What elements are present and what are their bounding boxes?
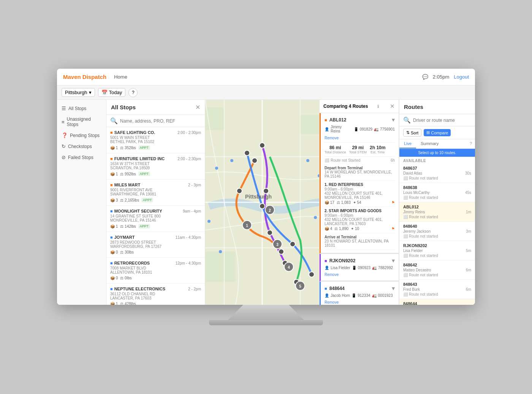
weight-icon: ⚖ 0lbs xyxy=(120,276,131,280)
list-item[interactable]: ■ FURNITURE LIMITED INC 2:00 - 2:30pm 16… xyxy=(106,153,205,180)
stop-color-indicator: ■ xyxy=(110,156,113,161)
route-time: 45s xyxy=(465,191,471,195)
sidebar-item-failed-stops[interactable]: ⊘ Failed Stops xyxy=(57,152,106,163)
route-remove-button[interactable]: Remove xyxy=(325,273,339,277)
compare-close-button[interactable]: ✕ xyxy=(390,103,395,110)
stop-time: 12pm - 4:30pm xyxy=(176,261,201,265)
route-status: ⬜ Route not started xyxy=(403,254,438,258)
route-id: RJKON9202 xyxy=(403,243,438,248)
stop-color-indicator: ■ xyxy=(110,209,113,213)
help-button[interactable]: ? xyxy=(128,88,138,97)
stops-close-button[interactable]: ✕ xyxy=(195,104,200,111)
person-icon: 👤 xyxy=(325,266,329,270)
route-time: 6m xyxy=(466,287,471,292)
route-driver-info: 👤 Jimmy Reins 📱 091829 🚛 7756901 xyxy=(325,125,395,133)
sidebar-item-all-stops[interactable]: ☰ All Stops xyxy=(57,103,106,114)
driver-name: Jimmy Reins xyxy=(403,210,438,214)
stops-search-input[interactable] xyxy=(120,118,201,124)
sidebar-item-unassigned[interactable]: ≡ Unassigned Stops xyxy=(57,114,106,130)
sidebar-item-pending[interactable]: ❓ Pending Stops xyxy=(57,130,106,141)
routes-search-bar[interactable]: 🔍 xyxy=(399,114,475,126)
svg-text:4: 4 xyxy=(288,265,290,269)
tab-help-icon[interactable]: ? xyxy=(467,139,475,148)
list-item[interactable]: RJKON9202 Lisa Fielder ⬜ Route not start… xyxy=(399,241,475,260)
stop-name-label: NEPTUNE ELECTRONICS xyxy=(114,287,165,291)
driver-name: Matteo Decastro xyxy=(403,268,438,272)
truck-icon: 🚛 xyxy=(372,266,377,270)
stop-meta: 📦 3 ⚖ 2,165lbs APPT xyxy=(110,198,201,202)
city-selector[interactable]: Pittsburgh ▾ xyxy=(62,88,95,97)
expand-icon[interactable]: ▾ xyxy=(392,285,395,292)
sort-button[interactable]: ⇅ Sort xyxy=(403,129,421,137)
sidebar-item-checkstops[interactable]: ↻ Checkstops xyxy=(57,141,106,152)
route-time: 5m xyxy=(466,249,471,253)
sidebar-label-checkstops: Checkstops xyxy=(68,144,92,149)
route-remove-button[interactable]: Remove xyxy=(325,136,339,140)
route-status: ⬜ Route not started xyxy=(403,176,438,180)
route-remove-button[interactable]: Remove xyxy=(325,300,339,304)
svg-text:3: 3 xyxy=(276,243,279,247)
list-item[interactable]: ■ RETRORECORDS 12pm - 4:30pm 7008 MARKET… xyxy=(106,258,205,284)
compare-button[interactable]: ⊞ Compare xyxy=(424,129,451,136)
stop-address: 9001 RIVERFRONT AVESWARTHMORE, PA 19081 xyxy=(110,188,201,196)
tab-summary[interactable]: Summary xyxy=(416,139,443,148)
status-icon: ⬜ xyxy=(403,273,408,277)
driver-name: Jimmy Reins xyxy=(331,125,352,133)
monitor-base xyxy=(209,320,323,325)
list-item[interactable]: 848640 Jeremy Jackson ⬜ Route not starte… xyxy=(399,222,475,241)
list-item[interactable]: ABL012 Jimmy Reins ⬜ Route not started 1… xyxy=(399,202,475,222)
compare-info-icon: ℹ xyxy=(377,104,379,109)
list-item[interactable]: 848637 David Atlas ⬜ Route not started 3… xyxy=(399,164,475,183)
box-icon: 📦 1 xyxy=(110,302,118,305)
driver-name: Lisa Fielder xyxy=(403,249,438,253)
svg-point-38 xyxy=(207,220,211,223)
list-item[interactable]: 848643 Fred Burk ⬜ Route not started 6m xyxy=(399,280,475,299)
list-item[interactable]: 848644 Jacob Horn ⬜ Route not started 8m xyxy=(399,299,475,305)
expand-icon[interactable]: ▾ xyxy=(392,116,395,123)
svg-text:1: 1 xyxy=(246,224,248,228)
stops-panel-header: All Stops ✕ xyxy=(106,100,205,115)
map-area[interactable]: 1 2 3 4 5 Pittsburgh xyxy=(205,100,319,305)
routes-panel-title: Routes xyxy=(399,100,475,114)
today-button[interactable]: 📅 Today xyxy=(98,88,126,97)
list-item[interactable]: 848642 Matteo Decastro ⬜ Route not start… xyxy=(399,260,475,280)
stat-distance: 86 mi Total Distance xyxy=(325,145,346,154)
nav-home[interactable]: Home xyxy=(114,74,127,80)
route-time: 3m xyxy=(466,229,471,233)
checkstops-icon: ↻ xyxy=(62,143,66,149)
stops-search-bar[interactable]: 🔍 xyxy=(106,115,205,127)
sidebar-label-unassigned: Unassigned Stops xyxy=(67,117,101,127)
route-id: 848642 xyxy=(403,263,438,267)
list-item[interactable]: 848638 Louis McCarthy ⬜ Route not starte… xyxy=(399,183,475,202)
list-item[interactable]: ■ NEPTUNE ELECTRONICS 2 - 2pm 36112 OLD … xyxy=(106,284,205,305)
route-status: ⬜ Route not started xyxy=(403,195,438,200)
arrive-terminal: Arrive at Terminal 23 N HOWARD ST, ALLEN… xyxy=(325,233,395,250)
routes-list: 848637 David Atlas ⬜ Route not started 3… xyxy=(399,164,475,305)
tab-live[interactable]: Live xyxy=(399,139,416,148)
svg-point-33 xyxy=(215,167,218,170)
compare-icon: ⊞ xyxy=(426,130,430,135)
stop-address: 36112 OLD CHANNEL RDLANCASTER, PA 17603 xyxy=(110,292,201,300)
stop-hours: 9:00am - 6:00pm xyxy=(325,187,395,191)
route-header: ■ ABL012 ▾ xyxy=(325,116,395,123)
status-icon: ⬜ xyxy=(403,234,408,238)
stop-time: 2:00 - 2:30pm xyxy=(177,131,201,135)
stop-address: 2873 REDWOOD STREETWARFORDSBURG, PA 1726… xyxy=(110,240,201,249)
route-id: 848644 xyxy=(403,301,438,305)
box-icon: 📦 3 xyxy=(110,198,118,202)
route-status: ⬜ Route not started xyxy=(403,215,438,219)
list-item[interactable]: ■ MILES MART 2 - 3pm 9001 RIVERFRONT AVE… xyxy=(106,180,205,206)
list-item[interactable]: ■ MOONLIGHT SECURITY 9am - 4pm 14 GRANTI… xyxy=(106,206,205,232)
stop-color-indicator: ■ xyxy=(110,287,113,291)
list-item[interactable]: ■ SAFE LIGHTING CO. 2:00 - 2:30pm 5001 W… xyxy=(106,127,205,153)
routes-search-input[interactable] xyxy=(413,118,471,123)
depart-address: 14 W MORELAND ST, MONROEVILLE, PA 15146 xyxy=(325,170,395,178)
main-layout: ☰ All Stops ≡ Unassigned Stops ❓ Pending… xyxy=(57,100,475,305)
stop-name-label: MOONLIGHT SECURITY xyxy=(114,209,162,213)
depart-label: Depart from Terminal xyxy=(325,166,395,170)
list-item[interactable]: ■ JOYMART 11am - 4:30pm 2873 REDWOOD STR… xyxy=(106,232,205,258)
logout-link[interactable]: Logout xyxy=(454,74,469,80)
stops-panel: All Stops ✕ 🔍 ■ SAFE LIGHTING CO. xyxy=(106,100,205,305)
expand-icon[interactable]: ▾ xyxy=(392,257,395,264)
stops-list: ■ SAFE LIGHTING CO. 2:00 - 2:30pm 5001 W… xyxy=(106,127,205,305)
